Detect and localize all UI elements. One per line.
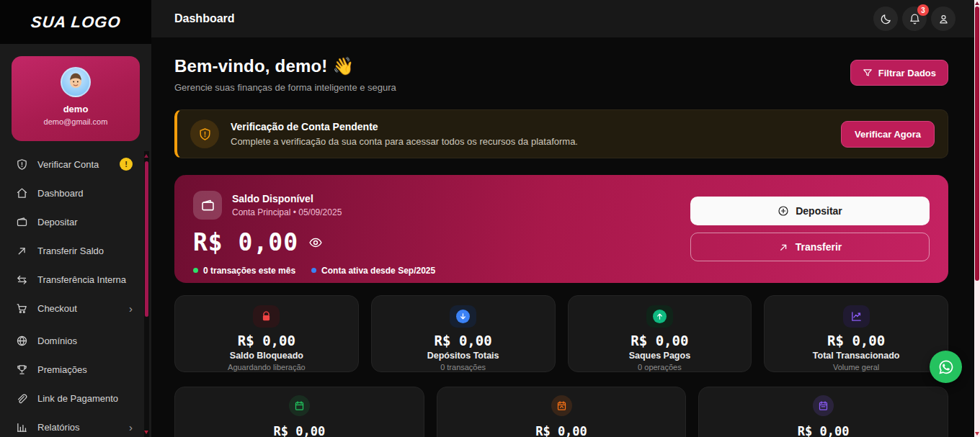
sidebar-item-label: Link de Pagamento bbox=[37, 393, 141, 404]
period-stats-row: R$ 0,00 Depósitos Hoje R$ 0,00 Últimos 7… bbox=[174, 387, 948, 437]
sidebar-item-relatorios[interactable]: Relatórios › bbox=[0, 413, 151, 437]
stat-card-depositos-totais[interactable]: R$ 0,00 Depósitos Totais 0 transações bbox=[371, 295, 556, 372]
sidebar-item-dominios[interactable]: Domínios bbox=[0, 326, 151, 355]
deposit-button[interactable]: Depositar bbox=[690, 197, 930, 225]
toggle-balance-visibility-button[interactable] bbox=[308, 235, 323, 250]
verification-alert-banner: Verificação de Conta Pendente Complete a… bbox=[174, 109, 948, 158]
stat-value: R$ 0,00 bbox=[631, 333, 688, 348]
sidebar-item-label: Checkout bbox=[37, 303, 129, 314]
period-card-ultimos-30-dias[interactable]: R$ 0,00 Últimos 30 Dias bbox=[698, 387, 948, 437]
alert-icon-wrap bbox=[190, 120, 219, 148]
wallet-icon-box bbox=[193, 191, 222, 220]
alert-badge: ! bbox=[120, 158, 133, 171]
alert-title: Verificação de Conta Pendente bbox=[231, 121, 578, 132]
scroll-down-arrow-icon[interactable] bbox=[975, 432, 979, 436]
stat-card-saques-pagos[interactable]: R$ 0,00 Saques Pagos 0 operações bbox=[568, 295, 752, 372]
eye-icon bbox=[308, 235, 323, 250]
calendar-icon-box bbox=[813, 395, 834, 416]
sidebar-item-label: Relatórios bbox=[37, 422, 129, 433]
topbar-actions: 3 bbox=[873, 6, 956, 31]
page-scrollbar[interactable] bbox=[974, 0, 980, 437]
notifications-button[interactable]: 3 bbox=[902, 6, 927, 31]
balance-title: Saldo Disponível bbox=[232, 193, 342, 204]
account-button[interactable] bbox=[931, 6, 956, 31]
profile-card[interactable]: demo demo@gmail.com bbox=[12, 56, 140, 141]
link-icon bbox=[16, 392, 28, 405]
transfer-button[interactable]: Transferir bbox=[690, 233, 930, 261]
dark-mode-button[interactable] bbox=[873, 6, 898, 31]
filter-icon bbox=[863, 68, 873, 78]
sidebar-item-dashboard[interactable]: Dashboard bbox=[0, 179, 151, 207]
stat-card-total-transacionado[interactable]: R$ 0,00 Total Transacionado Volume geral bbox=[764, 295, 948, 372]
alert-description: Complete a verificação da sua conta para… bbox=[231, 136, 578, 147]
deposit-button-label: Depositar bbox=[796, 205, 842, 217]
sidebar-item-label: Depositar bbox=[37, 217, 141, 227]
cart-icon bbox=[16, 302, 28, 315]
sidebar-item-label: Verificar Conta bbox=[37, 159, 120, 170]
arrow-up-right-icon bbox=[778, 242, 789, 253]
sidebar-menu: Verificar Conta ! Dashboard Depositar Tr… bbox=[0, 150, 151, 437]
blue-dot-icon bbox=[311, 268, 316, 273]
calendar-icon bbox=[294, 400, 305, 411]
balance-subtitle: Conta Principal • 05/09/2025 bbox=[232, 207, 342, 217]
period-value: R$ 0,00 bbox=[798, 424, 850, 437]
scroll-down-arrow-icon[interactable] bbox=[144, 431, 148, 434]
sidebar-scrollbar[interactable] bbox=[144, 151, 149, 437]
sidebar-item-verificar-conta[interactable]: Verificar Conta ! bbox=[0, 150, 151, 179]
logo-area: SUA LOGO bbox=[0, 0, 151, 44]
whatsapp-button[interactable] bbox=[930, 351, 962, 383]
transfer-button-label: Transferir bbox=[796, 241, 842, 253]
balance-stat-active-since: Conta ativa desde Sep/2025 bbox=[311, 266, 435, 276]
filter-button-label: Filtrar Dados bbox=[878, 68, 936, 78]
report-icon bbox=[16, 421, 28, 433]
plus-circle-icon bbox=[778, 205, 789, 217]
shield-alert-icon bbox=[16, 158, 28, 171]
user-icon bbox=[937, 13, 950, 25]
lock-icon-box bbox=[253, 305, 280, 328]
period-card-depositos-hoje[interactable]: R$ 0,00 Depósitos Hoje bbox=[174, 387, 424, 437]
main-content: Bem-vindo, demo! 👋 Gerencie suas finança… bbox=[151, 37, 974, 437]
sidebar-item-label: Premiações bbox=[37, 364, 141, 375]
profile-email: demo@gmail.com bbox=[44, 117, 108, 126]
stat-label: Saques Pagos bbox=[629, 351, 690, 361]
period-card-ultimos-7-dias[interactable]: R$ 0,00 Últimos 7 Dias bbox=[437, 387, 687, 437]
wallet-icon bbox=[16, 216, 28, 228]
verify-now-button[interactable]: Verificar Agora bbox=[841, 121, 935, 148]
filter-data-button[interactable]: Filtrar Dados bbox=[850, 60, 948, 86]
welcome-subtitle: Gerencie suas finanças de forma intelige… bbox=[174, 82, 396, 93]
stat-card-saldo-bloqueado[interactable]: R$ 0,00 Saldo Bloqueado Aguardando liber… bbox=[174, 295, 359, 372]
sidebar-item-depositar[interactable]: Depositar bbox=[0, 207, 151, 236]
sidebar-item-transferencia-interna[interactable]: Transferência Interna bbox=[0, 265, 151, 294]
moon-icon bbox=[880, 13, 892, 25]
arrow-up-circle-icon bbox=[653, 310, 667, 323]
scroll-up-arrow-icon[interactable] bbox=[975, 1, 979, 5]
avatar bbox=[61, 67, 91, 97]
sidebar-item-link-pagamento[interactable]: Link de Pagamento bbox=[0, 384, 151, 413]
calendar-icon bbox=[556, 400, 567, 411]
sidebar-scrollbar-thumb[interactable] bbox=[145, 161, 148, 317]
stat-label: Depósitos Totais bbox=[427, 351, 499, 361]
globe-icon bbox=[16, 335, 28, 347]
avatar-face-icon bbox=[65, 71, 86, 93]
balance-value: R$ 0,00 bbox=[193, 228, 298, 256]
sidebar-item-label: Dashboard bbox=[37, 188, 141, 199]
calendar-icon-box bbox=[289, 395, 310, 416]
trophy-icon bbox=[16, 364, 28, 376]
calendar-icon-box bbox=[551, 395, 572, 416]
app-logo: SUA LOGO bbox=[30, 13, 121, 32]
page-scrollbar-thumb[interactable] bbox=[975, 6, 979, 281]
home-icon bbox=[16, 187, 28, 199]
lock-icon bbox=[260, 310, 272, 323]
period-value: R$ 0,00 bbox=[535, 424, 587, 437]
balance-stat-transactions: 0 transações este mês bbox=[193, 266, 295, 276]
stat-sublabel: Volume geral bbox=[833, 363, 879, 371]
sidebar-item-checkout[interactable]: Checkout › bbox=[0, 294, 151, 323]
topbar: Dashboard 3 bbox=[151, 0, 974, 37]
scroll-up-arrow-icon[interactable] bbox=[144, 154, 148, 158]
sidebar-item-premiacoes[interactable]: Premiações bbox=[0, 355, 151, 384]
calendar-icon bbox=[818, 400, 829, 411]
arrow-up-right-icon bbox=[16, 245, 28, 257]
sidebar-item-label: Domínios bbox=[37, 335, 141, 346]
sidebar-item-transferir-saldo[interactable]: Transferir Saldo bbox=[0, 236, 151, 265]
stat-value: R$ 0,00 bbox=[827, 333, 885, 348]
